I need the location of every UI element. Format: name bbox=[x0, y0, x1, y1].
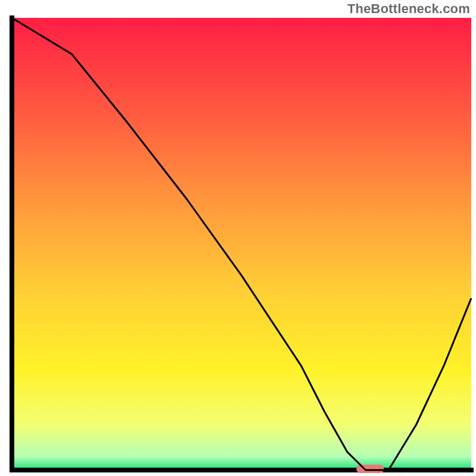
chart-stage: TheBottleneck.com bbox=[0, 0, 476, 476]
bottleneck-chart bbox=[0, 0, 476, 476]
gradient-background bbox=[12, 18, 471, 470]
